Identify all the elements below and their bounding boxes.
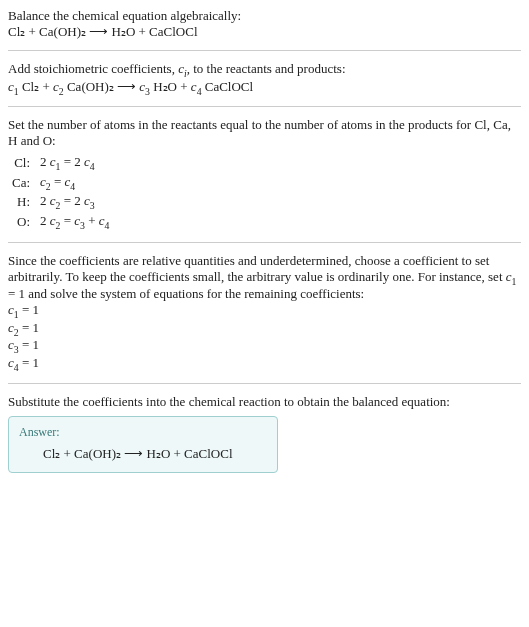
- section-coeffs: Add stoichiometric coefficients, ci, to …: [8, 61, 521, 107]
- atoms-table: Cl: 2 c1 = 2 c4 Ca: c2 = c4 H: 2 c2 = 2 …: [8, 153, 113, 231]
- answer-text: Substitute the coefficients into the che…: [8, 394, 521, 410]
- solve-row: c3 = 1: [8, 337, 521, 355]
- c4-t: CaClOCl: [202, 79, 254, 94]
- table-row: Cl: 2 c1 = 2 c4: [8, 153, 113, 173]
- solve-text-post: = 1 and solve the system of equations fo…: [8, 286, 364, 301]
- solve-row: c4 = 1: [8, 355, 521, 373]
- section-intro: Balance the chemical equation algebraica…: [8, 8, 521, 51]
- el-eq: 2 c2 = c3 + c4: [36, 212, 113, 232]
- el-eq: 2 c2 = 2 c3: [36, 192, 113, 212]
- intro-equation: Cl₂ + Ca(OH)₂ ⟶ H₂O + CaClOCl: [8, 24, 521, 40]
- el-label: Cl:: [8, 153, 36, 173]
- coeffs-text-pre: Add stoichiometric coefficients,: [8, 61, 178, 76]
- solve-c1-i: 1: [512, 275, 517, 286]
- section-answer: Substitute the coefficients into the che…: [8, 394, 521, 473]
- solve-row: c2 = 1: [8, 320, 521, 338]
- solve-row: c1 = 1: [8, 302, 521, 320]
- coeffs-equation: c1 Cl₂ + c2 Ca(OH)₂ ⟶ c3 H₂O + c4 CaClOC…: [8, 79, 521, 97]
- intro-text: Balance the chemical equation algebraica…: [8, 8, 521, 24]
- el-eq: 2 c1 = 2 c4: [36, 153, 113, 173]
- coeffs-text: Add stoichiometric coefficients, ci, to …: [8, 61, 521, 79]
- atoms-text: Set the number of atoms in the reactants…: [8, 117, 521, 149]
- table-row: O: 2 c2 = c3 + c4: [8, 212, 113, 232]
- section-atoms: Set the number of atoms in the reactants…: [8, 117, 521, 242]
- answer-box: Answer: Cl₂ + Ca(OH)₂ ⟶ H₂O + CaClOCl: [8, 416, 278, 473]
- el-label: Ca:: [8, 173, 36, 193]
- c1-t: Cl₂ +: [19, 79, 53, 94]
- solve-values: c1 = 1 c2 = 1 c3 = 1 c4 = 1: [8, 302, 521, 372]
- section-solve: Since the coefficients are relative quan…: [8, 253, 521, 384]
- el-label: H:: [8, 192, 36, 212]
- el-eq: c2 = c4: [36, 173, 113, 193]
- solve-text: Since the coefficients are relative quan…: [8, 253, 521, 303]
- coeffs-text-post: , to the reactants and products:: [187, 61, 346, 76]
- c3-t: H₂O +: [150, 79, 191, 94]
- el-label: O:: [8, 212, 36, 232]
- c2-t: Ca(OH)₂ ⟶: [64, 79, 140, 94]
- answer-equation: Cl₂ + Ca(OH)₂ ⟶ H₂O + CaClOCl: [19, 446, 267, 462]
- table-row: H: 2 c2 = 2 c3: [8, 192, 113, 212]
- table-row: Ca: c2 = c4: [8, 173, 113, 193]
- answer-label: Answer:: [19, 425, 267, 440]
- solve-text-pre: Since the coefficients are relative quan…: [8, 253, 506, 284]
